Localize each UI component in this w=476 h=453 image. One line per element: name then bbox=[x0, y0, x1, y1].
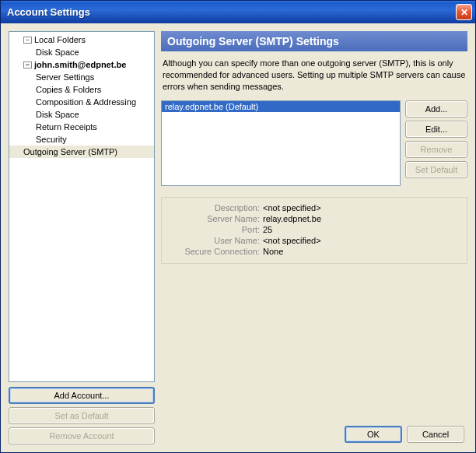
detail-row: Description: <not specified> bbox=[168, 202, 460, 213]
cancel-button[interactable]: Cancel bbox=[407, 426, 464, 443]
tree-label: Disk Space bbox=[36, 47, 79, 57]
left-buttons: Add Account... Set as Default Remove Acc… bbox=[9, 387, 155, 444]
tree-disk-space-2[interactable]: Disk Space bbox=[9, 108, 154, 121]
tree-account[interactable]: − john.smith@edpnet.be bbox=[9, 58, 154, 71]
detail-row: Port: 25 bbox=[168, 224, 460, 235]
detail-key: Server Name: bbox=[168, 213, 261, 224]
tree-label: Composition & Addressing bbox=[36, 97, 136, 107]
tree-label: Outgoing Server (SMTP) bbox=[23, 147, 117, 156]
server-details: Description: <not specified> Server Name… bbox=[161, 197, 467, 264]
detail-key: User Name: bbox=[168, 235, 261, 246]
tree-copies-folders[interactable]: Copies & Folders bbox=[9, 83, 154, 96]
detail-key: Description: bbox=[168, 202, 261, 213]
tree-label: Disk Space bbox=[36, 110, 79, 119]
panel-description: Although you can specify more than one o… bbox=[161, 58, 467, 93]
tree-label: Return Receipts bbox=[36, 122, 97, 132]
detail-key: Port: bbox=[168, 224, 261, 235]
detail-row: User Name: <not specified> bbox=[168, 235, 460, 246]
tree-comp-addr[interactable]: Composition & Addressing bbox=[9, 96, 154, 108]
detail-row: Server Name: relay.edpnet.be bbox=[168, 213, 460, 224]
collapse-icon[interactable]: − bbox=[23, 61, 32, 68]
add-account-button[interactable]: Add Account... bbox=[9, 387, 155, 404]
close-icon[interactable]: ✕ bbox=[456, 4, 472, 20]
server-row: relay.edpnet.be (Default) Add... Edit...… bbox=[161, 100, 467, 186]
collapse-icon[interactable]: − bbox=[23, 37, 32, 44]
window-title: Account Settings bbox=[7, 6, 456, 18]
smtp-server-item[interactable]: relay.edpnet.be (Default) bbox=[162, 101, 400, 112]
content-area: − Local Folders Disk Space − john.smith@… bbox=[1, 23, 475, 452]
detail-value: <not specified> bbox=[261, 202, 460, 213]
tree-disk-space[interactable]: Disk Space bbox=[9, 46, 154, 58]
title-bar: Account Settings ✕ bbox=[1, 1, 475, 23]
dialog-buttons: OK Cancel bbox=[345, 426, 464, 443]
detail-key: Secure Connection: bbox=[168, 246, 261, 257]
tree-label: Copies & Folders bbox=[36, 85, 101, 94]
tree-return-receipts[interactable]: Return Receipts bbox=[9, 121, 154, 133]
account-tree[interactable]: − Local Folders Disk Space − john.smith@… bbox=[9, 31, 155, 382]
tree-security[interactable]: Security bbox=[9, 133, 154, 146]
remove-account-button: Remove Account bbox=[9, 427, 155, 444]
detail-value: <not specified> bbox=[261, 235, 460, 246]
detail-value: relay.edpnet.be bbox=[261, 213, 460, 224]
remove-server-button: Remove bbox=[405, 141, 467, 158]
left-column: − Local Folders Disk Space − john.smith@… bbox=[9, 31, 155, 444]
tree-server-settings[interactable]: Server Settings bbox=[9, 71, 154, 83]
detail-value: None bbox=[261, 246, 460, 257]
panel-heading: Outgoing Server (SMTP) Settings bbox=[161, 31, 467, 51]
tree-smtp[interactable]: Outgoing Server (SMTP) bbox=[9, 146, 154, 158]
detail-value: 25 bbox=[261, 224, 460, 235]
right-column: Outgoing Server (SMTP) Settings Although… bbox=[161, 31, 467, 444]
tree-label: john.smith@edpnet.be bbox=[34, 60, 126, 69]
ok-button[interactable]: OK bbox=[345, 426, 402, 443]
add-server-button[interactable]: Add... bbox=[405, 100, 467, 118]
set-default-server-button: Set Default bbox=[405, 161, 467, 178]
detail-row: Secure Connection: None bbox=[168, 246, 460, 257]
smtp-server-list[interactable]: relay.edpnet.be (Default) bbox=[161, 100, 401, 186]
server-buttons: Add... Edit... Remove Set Default bbox=[405, 100, 467, 186]
tree-local-folders[interactable]: − Local Folders bbox=[9, 33, 154, 46]
tree-label: Server Settings bbox=[36, 72, 94, 82]
set-default-button: Set as Default bbox=[9, 407, 155, 424]
tree-label: Local Folders bbox=[34, 35, 86, 44]
edit-server-button[interactable]: Edit... bbox=[405, 121, 467, 138]
tree-label: Security bbox=[36, 135, 67, 144]
